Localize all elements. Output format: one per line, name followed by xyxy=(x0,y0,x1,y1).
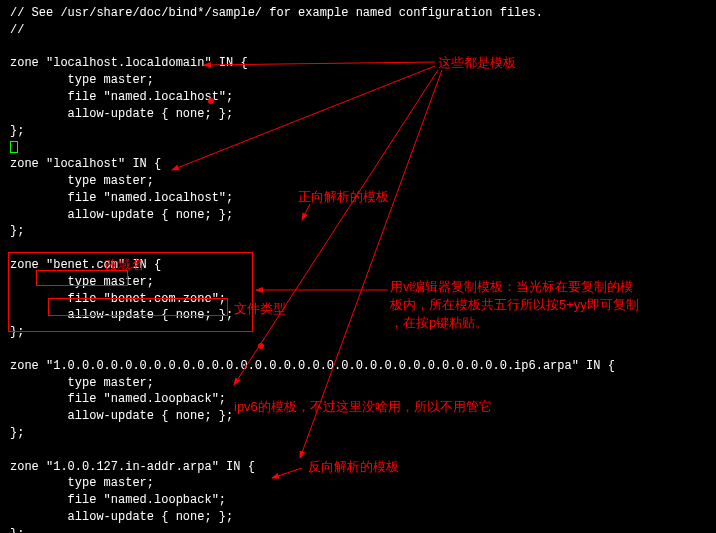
cursor-box-icon xyxy=(10,141,18,153)
blank-line xyxy=(10,39,706,56)
zone-close: }; xyxy=(10,324,706,341)
zone-allow: allow-update { none; }; xyxy=(10,207,706,224)
zone-file: file "named.loopback"; xyxy=(10,492,706,509)
zone-allow: allow-update { none; }; xyxy=(10,307,706,324)
cursor-line xyxy=(10,139,706,156)
zone-allow: allow-update { none; }; xyxy=(10,509,706,526)
zone-open: zone "1.0.0.0.0.0.0.0.0.0.0.0.0.0.0.0.0.… xyxy=(10,358,706,375)
zone-type: type master; xyxy=(10,173,706,190)
comment-line: // xyxy=(10,22,706,39)
zone-open: zone "localhost.localdomain" IN { xyxy=(10,55,706,72)
zone-type: type master; xyxy=(10,274,706,291)
comment-line: // See /usr/share/doc/bind*/sample/ for … xyxy=(10,5,706,22)
zone-open: zone "benet.com" IN { xyxy=(10,257,706,274)
blank-line xyxy=(10,442,706,459)
zone-close: }; xyxy=(10,526,706,533)
zone-allow: allow-update { none; }; xyxy=(10,106,706,123)
zone-close: }; xyxy=(10,425,706,442)
zone-type: type master; xyxy=(10,375,706,392)
zone-file: file "named.localhost"; xyxy=(10,190,706,207)
blank-line xyxy=(10,341,706,358)
zone-open: zone "localhost" IN { xyxy=(10,156,706,173)
zone-close: }; xyxy=(10,123,706,140)
zone-open: zone "1.0.0.127.in-addr.arpa" IN { xyxy=(10,459,706,476)
zone-file: file "benet.com.zone"; xyxy=(10,291,706,308)
zone-type: type master; xyxy=(10,72,706,89)
zone-close: }; xyxy=(10,223,706,240)
zone-file: file "named.loopback"; xyxy=(10,391,706,408)
zone-allow: allow-update { none; }; xyxy=(10,408,706,425)
zone-file: file "named.localhost"; xyxy=(10,89,706,106)
zone-type: type master; xyxy=(10,475,706,492)
blank-line xyxy=(10,240,706,257)
